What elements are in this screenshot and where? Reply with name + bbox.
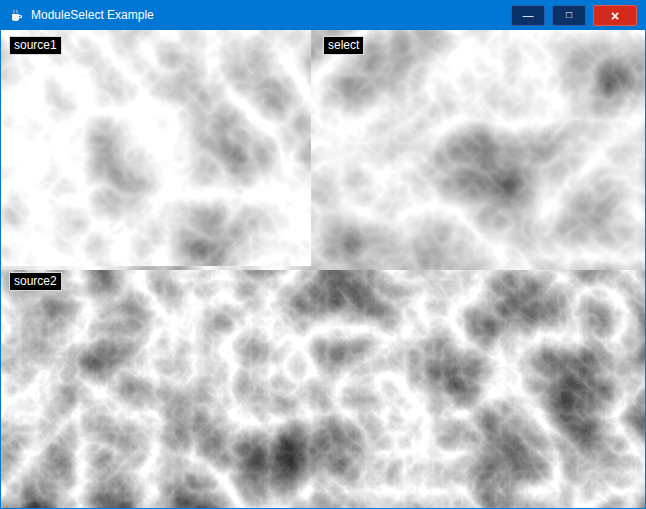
close-button[interactable]: × [593, 5, 637, 26]
source2-noise-layer [1, 270, 645, 508]
window-controls: — □ × [511, 5, 637, 26]
select-label: select [323, 36, 364, 55]
app-icon [8, 8, 24, 24]
close-icon: × [611, 9, 619, 23]
render-canvas: source1 select source2 [1, 30, 645, 508]
source2-label: source2 [9, 272, 62, 291]
window-title: ModuleSelect Example [31, 1, 154, 30]
minimize-button[interactable]: — [511, 5, 545, 26]
maximize-button[interactable]: □ [552, 5, 586, 26]
minimize-icon: — [523, 10, 534, 21]
maximize-icon: □ [566, 10, 572, 20]
source1-noise-layer [1, 30, 311, 266]
noise-canvas [1, 30, 645, 508]
source1-label: source1 [9, 36, 62, 55]
app-window: ModuleSelect Example — □ × [0, 0, 646, 509]
